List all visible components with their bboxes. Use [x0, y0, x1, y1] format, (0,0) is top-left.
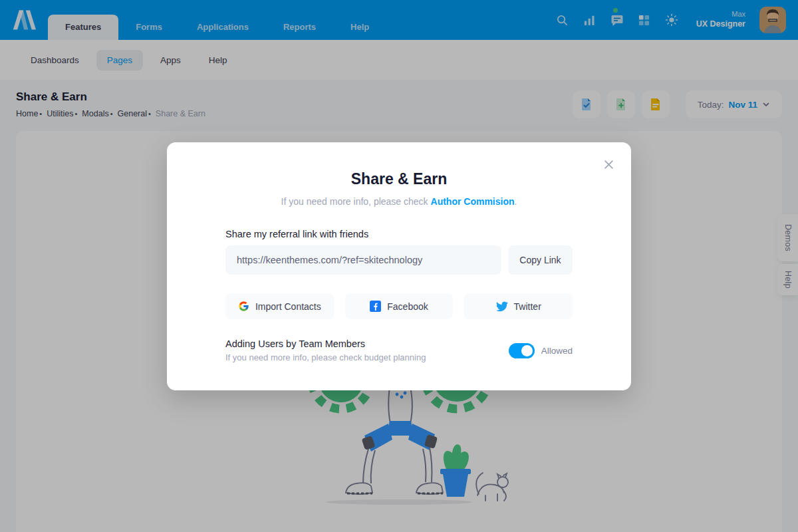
- author-commission-link[interactable]: Author Commision: [431, 196, 515, 207]
- close-icon[interactable]: [604, 160, 614, 170]
- toggle-knob: [521, 345, 533, 356]
- social-buttons: Import Contacts Facebook Twitter: [225, 293, 573, 319]
- toggle-title: Adding Users by Team Members: [225, 338, 426, 349]
- allowed-toggle[interactable]: [509, 343, 535, 358]
- subtitle-period: .: [515, 196, 517, 207]
- import-contacts-button[interactable]: Import Contacts: [225, 293, 334, 319]
- modal-subtitle: If you need more info, please check Auth…: [225, 196, 573, 207]
- toggle-state-label: Allowed: [541, 346, 573, 356]
- toggle-subtitle: If you need more info, please check budg…: [225, 352, 426, 362]
- social-button-label: Import Contacts: [255, 301, 321, 312]
- twitter-icon: [496, 301, 508, 313]
- social-button-label: Twitter: [514, 301, 541, 312]
- twitter-button[interactable]: Twitter: [464, 293, 573, 319]
- referral-row: Copy Link: [225, 245, 573, 275]
- social-button-label: Facebook: [387, 301, 428, 312]
- subtitle-text: If you need more info, please check: [281, 196, 431, 207]
- toggle-text-block: Adding Users by Team Members If you need…: [225, 338, 426, 362]
- referral-link-input[interactable]: [225, 245, 501, 275]
- referral-label: Share my referral link with friends: [225, 229, 573, 239]
- team-members-setting-row: Adding Users by Team Members If you need…: [225, 338, 573, 362]
- share-earn-modal: Share & Earn If you need more info, plea…: [167, 142, 631, 390]
- copy-link-button[interactable]: Copy Link: [508, 245, 573, 275]
- facebook-button[interactable]: Facebook: [345, 293, 454, 319]
- toggle-control: Allowed: [509, 343, 573, 358]
- modal-title: Share & Earn: [225, 170, 573, 188]
- facebook-icon: [370, 301, 381, 312]
- google-icon: [238, 301, 249, 312]
